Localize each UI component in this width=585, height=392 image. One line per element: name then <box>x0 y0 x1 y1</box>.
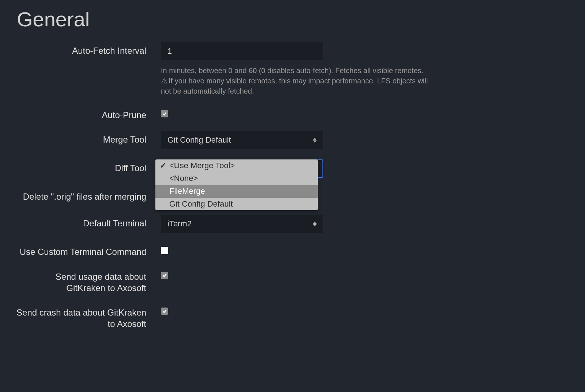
diff-tool-dropdown: <Use Merge Tool> <None> FileMerge Git Co… <box>155 159 318 210</box>
usage-data-row: Send usage data about GitKraken to Axoso… <box>15 268 570 294</box>
diff-tool-option-git-config-default[interactable]: Git Config Default <box>155 198 318 211</box>
select-arrows-icon <box>313 222 317 226</box>
merge-tool-row: Merge Tool Git Config Default <box>15 131 570 149</box>
diff-tool-option-none[interactable]: <None> <box>155 172 318 185</box>
crash-data-label: Send crash data about GitKraken to Axoso… <box>15 304 146 329</box>
usage-data-label: Send usage data about GitKraken to Axoso… <box>15 268 146 294</box>
crash-data-row: Send crash data about GitKraken to Axoso… <box>15 304 570 329</box>
svg-marker-4 <box>313 222 317 224</box>
auto-fetch-input[interactable] <box>161 42 323 60</box>
merge-tool-select[interactable]: Git Config Default <box>161 131 323 149</box>
auto-fetch-row: Auto-Fetch Interval In minutes, between … <box>15 42 570 96</box>
merge-tool-value: Git Config Default <box>167 135 231 145</box>
warning-icon: ⚠ <box>161 76 167 86</box>
select-arrows-icon <box>313 138 317 143</box>
svg-marker-1 <box>313 140 317 143</box>
custom-terminal-label: Use Custom Terminal Command <box>15 243 146 257</box>
default-terminal-select[interactable]: iTerm2 <box>161 215 323 233</box>
auto-prune-label: Auto-Prune <box>15 106 146 121</box>
auto-prune-checkbox[interactable] <box>161 110 168 117</box>
merge-tool-label: Merge Tool <box>15 131 146 145</box>
default-terminal-label: Default Terminal <box>15 215 146 229</box>
diff-tool-label: Diff Tool <box>15 159 146 174</box>
crash-data-checkbox[interactable] <box>161 308 168 315</box>
diff-tool-option-filemerge[interactable]: FileMerge <box>155 185 318 198</box>
settings-form: Auto-Fetch Interval In minutes, between … <box>15 42 570 329</box>
usage-data-checkbox[interactable] <box>161 272 168 279</box>
svg-marker-5 <box>313 224 317 226</box>
custom-terminal-row: Use Custom Terminal Command <box>15 243 570 257</box>
default-terminal-value: iTerm2 <box>167 219 192 229</box>
auto-fetch-help-line2: If you have many visible remotes, this m… <box>161 77 428 95</box>
default-terminal-row: Default Terminal iTerm2 <box>15 215 570 233</box>
auto-fetch-label: Auto-Fetch Interval <box>15 42 146 56</box>
diff-tool-row: Diff Tool <Use Merge Tool> <None> FileMe… <box>15 159 570 178</box>
svg-marker-0 <box>313 138 317 140</box>
page-title: General <box>17 7 570 31</box>
auto-fetch-help-line1: In minutes, between 0 and 60 (0 disables… <box>161 67 423 75</box>
diff-tool-option-use-merge-tool[interactable]: <Use Merge Tool> <box>155 159 318 172</box>
auto-prune-row: Auto-Prune <box>15 106 570 121</box>
delete-orig-label: Delete ".orig" files after merging <box>15 188 146 202</box>
custom-terminal-checkbox[interactable] <box>161 247 168 254</box>
auto-fetch-help: In minutes, between 0 and 60 (0 disables… <box>161 65 431 96</box>
